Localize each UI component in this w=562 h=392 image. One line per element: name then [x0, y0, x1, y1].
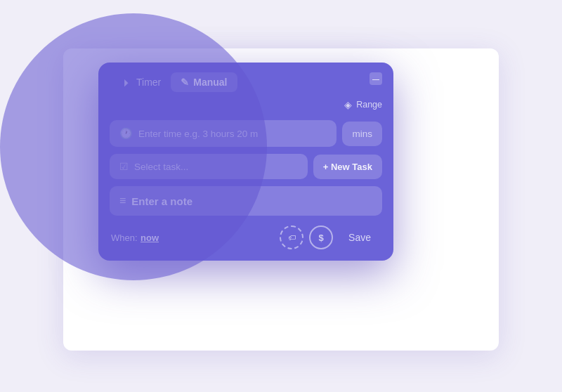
- manual-icon: ✎: [181, 77, 189, 88]
- range-label: Range: [356, 100, 382, 110]
- timer-tab-label: Timer: [136, 77, 161, 88]
- when-label: When:: [111, 233, 138, 243]
- time-tracker-popup: ⏵ Timer ✎ Manual — ◈ Range 🕐 Enter time …: [98, 63, 393, 261]
- tag-icon: 🏷: [288, 233, 296, 242]
- dollar-icon: $: [318, 233, 323, 243]
- timer-icon: ⏵: [122, 77, 132, 88]
- minimize-button[interactable]: —: [370, 72, 382, 85]
- save-label: Save: [348, 232, 371, 243]
- popup-header: ⏵ Timer ✎ Manual —: [98, 63, 393, 99]
- time-row: 🕐 Enter time e.g. 3 hours 20 m mins: [110, 120, 382, 147]
- when-section: When: now: [111, 231, 159, 244]
- time-suffix: mins: [342, 122, 382, 146]
- clock-icon: 🕐: [119, 127, 133, 140]
- range-icon: ◈: [344, 99, 352, 110]
- task-input[interactable]: ☑ Select task...: [110, 154, 308, 179]
- time-input[interactable]: 🕐 Enter time e.g. 3 hours 20 m: [110, 120, 336, 147]
- action-icons: 🏷 $ Save: [280, 226, 381, 249]
- tab-manual[interactable]: ✎ Manual: [171, 72, 237, 92]
- note-placeholder: Enter a note: [131, 195, 192, 207]
- task-row: ☑ Select task... + New Task: [110, 154, 382, 179]
- new-task-label: + New Task: [323, 162, 372, 172]
- mins-label: mins: [352, 129, 372, 139]
- note-input[interactable]: ≡ Enter a note: [110, 186, 382, 216]
- when-value[interactable]: now: [140, 233, 159, 243]
- minimize-icon: —: [372, 75, 379, 83]
- tag-button[interactable]: 🏷: [280, 226, 303, 249]
- when-row: When: now 🏷 $ Save: [110, 223, 382, 249]
- save-button[interactable]: Save: [339, 226, 381, 249]
- new-task-button[interactable]: + New Task: [313, 155, 382, 179]
- manual-tab-label: Manual: [193, 77, 227, 88]
- tab-timer[interactable]: ⏵ Timer: [112, 72, 171, 92]
- billing-button[interactable]: $: [309, 226, 333, 249]
- task-placeholder: Select task...: [134, 162, 188, 172]
- popup-body: 🕐 Enter time e.g. 3 hours 20 m mins ☑ Se…: [98, 115, 393, 261]
- time-placeholder: Enter time e.g. 3 hours 20 m: [138, 129, 258, 139]
- note-lines-icon: ≡: [119, 195, 126, 207]
- task-check-icon: ☑: [119, 161, 129, 172]
